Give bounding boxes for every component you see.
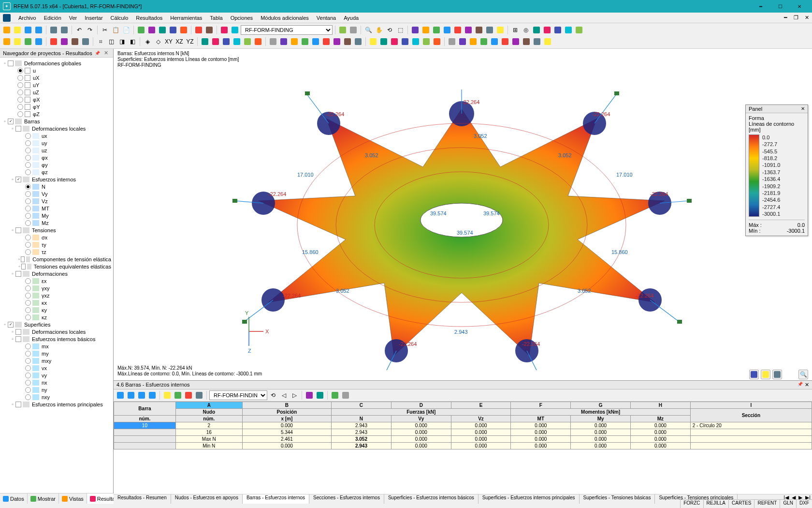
- tb-calc[interactable]: [338, 25, 348, 35]
- tree-ny[interactable]: ny: [41, 387, 47, 393]
- gtab-nudos[interactable]: Nudos - Esfuerzos en apoyos: [171, 494, 243, 504]
- tb-support[interactable]: [194, 25, 203, 35]
- tb2-29[interactable]: [421, 37, 431, 46]
- menu-tabla[interactable]: Tabla: [206, 13, 226, 23]
- tb2-21[interactable]: [332, 37, 342, 46]
- tb2-26[interactable]: [390, 37, 399, 46]
- tree-comp-ten[interactable]: Componentes de tensión elástica: [31, 256, 111, 262]
- tb-a7[interactable]: [474, 25, 484, 35]
- tree-nx[interactable]: nx: [41, 380, 47, 386]
- gridtb-first[interactable]: [116, 390, 125, 400]
- tree-svy[interactable]: vy: [41, 373, 47, 378]
- tree-kx[interactable]: κx: [41, 300, 47, 306]
- tree-lphiy[interactable]: φy: [41, 162, 48, 168]
- maximize-button[interactable]: ☐: [770, 0, 790, 13]
- tree-ex[interactable]: εx: [41, 278, 46, 284]
- tb-solid[interactable]: [168, 25, 178, 35]
- tree-sdef-loc[interactable]: Deformaciones locales: [31, 329, 86, 335]
- tree-ux[interactable]: uX: [32, 75, 39, 81]
- gridtb-prev[interactable]: [126, 390, 136, 400]
- tree-uy[interactable]: uY: [32, 82, 39, 88]
- tb2-20[interactable]: [321, 37, 331, 46]
- tb2-23[interactable]: [353, 37, 363, 46]
- tree-kz[interactable]: κz: [41, 314, 47, 320]
- tb-a2[interactable]: [421, 25, 431, 35]
- tb-module3[interactable]: [553, 25, 563, 35]
- tb-a5[interactable]: [453, 25, 463, 35]
- tree-vz[interactable]: Vz: [41, 198, 48, 204]
- status-cartes[interactable]: CARTES: [728, 500, 754, 508]
- mdi-restore-button[interactable]: ❐: [791, 15, 801, 21]
- tb2-xz[interactable]: XZ: [174, 37, 184, 46]
- tree-esf-int[interactable]: Esfuerzos internos: [31, 177, 76, 182]
- tb-module1[interactable]: [532, 25, 541, 35]
- results-tree[interactable]: ▫Deformaciones globales u uX uY uZ φX φY…: [0, 58, 113, 493]
- results-table[interactable]: Barra ABC DEF GHI NudoPosición Fuerzas […: [114, 402, 812, 494]
- tree-sx[interactable]: σx: [41, 235, 47, 240]
- menu-modulos[interactable]: Módulos adicionales: [257, 13, 313, 23]
- tree-gxy[interactable]: γxy: [41, 285, 50, 291]
- menu-herramientas[interactable]: Herramientas: [166, 13, 206, 23]
- tb-printprev[interactable]: [59, 25, 69, 35]
- tb-a4[interactable]: [442, 25, 452, 35]
- tb2-28[interactable]: [411, 37, 420, 46]
- tb2-4[interactable]: [34, 37, 44, 46]
- app-menu-icon[interactable]: [3, 14, 11, 22]
- close-button[interactable]: ✕: [790, 0, 809, 13]
- mdi-minimize-button[interactable]: ━: [780, 15, 791, 21]
- panel-tool-3[interactable]: [772, 370, 782, 379]
- status-gln[interactable]: GLN: [780, 500, 796, 508]
- status-dxf[interactable]: DXF: [796, 500, 812, 508]
- tb2-39[interactable]: [532, 37, 542, 46]
- tb-open[interactable]: [13, 25, 22, 35]
- menu-archivo[interactable]: Archivo: [14, 13, 40, 23]
- tree-mxy[interactable]: mxy: [41, 358, 51, 364]
- sidebar-close-icon[interactable]: ✕: [102, 50, 110, 56]
- tb-a8[interactable]: [485, 25, 494, 35]
- menu-insertar[interactable]: Insertar: [81, 13, 106, 23]
- tree-deformaciones[interactable]: Deformaciones: [31, 271, 68, 277]
- tb2-15[interactable]: [268, 37, 278, 46]
- tb2-37[interactable]: [511, 37, 521, 46]
- tb2-31[interactable]: [447, 37, 457, 46]
- panel-tool-2[interactable]: [761, 370, 770, 379]
- gridtb-edit[interactable]: [162, 390, 172, 400]
- tree-mz[interactable]: Mz: [41, 220, 49, 226]
- tree-superficies[interactable]: Superficies: [23, 322, 50, 328]
- tb2-30[interactable]: [432, 37, 442, 46]
- tree-phiy[interactable]: φY: [32, 104, 40, 110]
- tb-results[interactable]: [348, 25, 358, 35]
- sidebar-tab-datos[interactable]: Datos: [0, 493, 28, 504]
- tb-opening[interactable]: [179, 25, 188, 35]
- gridtb-insrow[interactable]: [173, 390, 183, 400]
- tree-lphix[interactable]: φx: [41, 155, 48, 161]
- mdi-close-button[interactable]: ✕: [801, 15, 812, 21]
- tb2-18[interactable]: [300, 37, 310, 46]
- tb2-33[interactable]: [468, 37, 478, 46]
- gtab-sup-princ[interactable]: Superficies - Esfuerzos internos princip…: [478, 494, 580, 504]
- tb-load[interactable]: [219, 25, 229, 35]
- tree-lphiz[interactable]: φz: [41, 169, 48, 175]
- tb2-solid[interactable]: ◨: [117, 37, 127, 46]
- tb-a1[interactable]: [410, 25, 420, 35]
- menu-ventana[interactable]: Ventana: [313, 13, 340, 23]
- tb-new[interactable]: [2, 25, 12, 35]
- gridtb-target[interactable]: [315, 390, 325, 400]
- tb2-13[interactable]: [243, 37, 252, 46]
- tree-mt[interactable]: MT: [41, 206, 49, 211]
- gtab-barras[interactable]: Barras - Esfuerzos internos: [243, 494, 309, 504]
- tb-a9[interactable]: [495, 25, 505, 35]
- tb2-11[interactable]: [221, 37, 231, 46]
- tb-line[interactable]: [147, 25, 157, 35]
- tb2-25[interactable]: [379, 37, 389, 46]
- gridtb-next[interactable]: [137, 390, 146, 400]
- tb2-22[interactable]: [343, 37, 352, 46]
- tb-pan[interactable]: ✋: [374, 25, 384, 35]
- status-refent[interactable]: REFENT: [754, 500, 780, 508]
- tb2-iso[interactable]: ◈: [143, 37, 152, 46]
- tree-barras[interactable]: Barras: [23, 119, 40, 124]
- grid-close-icon[interactable]: ✕: [805, 382, 809, 388]
- tb-a6[interactable]: [464, 25, 473, 35]
- tree-n[interactable]: N: [41, 184, 45, 190]
- tree-vy[interactable]: Vy: [41, 191, 47, 197]
